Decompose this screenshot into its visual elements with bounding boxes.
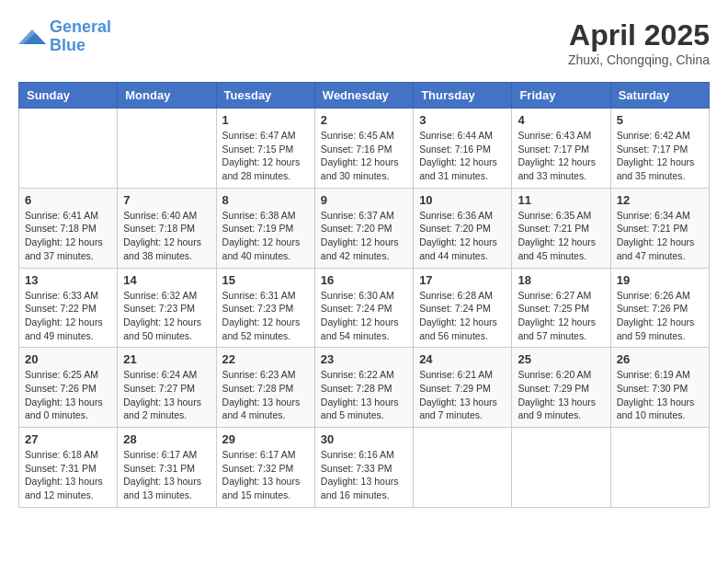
- calendar-week-row: 20Sunrise: 6:25 AMSunset: 7:26 PMDayligh…: [19, 348, 710, 428]
- col-friday: Friday: [512, 83, 610, 109]
- calendar-cell: 22Sunrise: 6:23 AMSunset: 7:28 PMDayligh…: [216, 348, 314, 428]
- page-header: General Blue April 2025 Zhuxi, Chongqing…: [18, 18, 710, 67]
- day-number: 23: [321, 352, 407, 366]
- day-info: Sunrise: 6:38 AMSunset: 7:19 PMDaylight:…: [222, 209, 309, 263]
- calendar-cell: 24Sunrise: 6:21 AMSunset: 7:29 PMDayligh…: [414, 348, 512, 428]
- day-number: 14: [123, 273, 210, 287]
- calendar-cell: 3Sunrise: 6:44 AMSunset: 7:16 PMDaylight…: [414, 109, 512, 189]
- calendar-cell: 23Sunrise: 6:22 AMSunset: 7:28 PMDayligh…: [314, 348, 413, 428]
- col-thursday: Thursday: [414, 83, 512, 109]
- day-number: 19: [617, 273, 703, 287]
- day-info: Sunrise: 6:28 AMSunset: 7:24 PMDaylight:…: [419, 289, 506, 343]
- calendar-cell: 18Sunrise: 6:27 AMSunset: 7:25 PMDayligh…: [512, 268, 610, 348]
- day-number: 25: [518, 352, 604, 366]
- day-number: 3: [419, 113, 506, 127]
- day-info: Sunrise: 6:30 AMSunset: 7:24 PMDaylight:…: [321, 289, 407, 343]
- calendar-cell: 4Sunrise: 6:43 AMSunset: 7:17 PMDaylight…: [512, 109, 610, 189]
- day-number: 7: [123, 193, 210, 207]
- day-number: 4: [518, 113, 604, 127]
- calendar-cell: 26Sunrise: 6:19 AMSunset: 7:30 PMDayligh…: [610, 348, 709, 428]
- day-number: 1: [222, 113, 309, 127]
- day-number: 6: [25, 193, 111, 207]
- day-info: Sunrise: 6:37 AMSunset: 7:20 PMDaylight:…: [321, 209, 407, 263]
- subtitle: Zhuxi, Chongqing, China: [568, 52, 710, 67]
- day-info: Sunrise: 6:17 AMSunset: 7:31 PMDaylight:…: [123, 448, 210, 502]
- day-info: Sunrise: 6:22 AMSunset: 7:28 PMDaylight:…: [321, 368, 407, 422]
- day-number: 10: [419, 193, 506, 207]
- calendar-cell: 21Sunrise: 6:24 AMSunset: 7:27 PMDayligh…: [118, 348, 216, 428]
- day-info: Sunrise: 6:18 AMSunset: 7:31 PMDaylight:…: [25, 448, 111, 502]
- main-title: April 2025: [568, 18, 710, 52]
- day-info: Sunrise: 6:44 AMSunset: 7:16 PMDaylight:…: [419, 129, 506, 183]
- calendar-cell: 25Sunrise: 6:20 AMSunset: 7:29 PMDayligh…: [512, 348, 610, 428]
- calendar-cell: 17Sunrise: 6:28 AMSunset: 7:24 PMDayligh…: [414, 268, 512, 348]
- calendar-cell: 6Sunrise: 6:41 AMSunset: 7:18 PMDaylight…: [19, 188, 118, 268]
- day-info: Sunrise: 6:45 AMSunset: 7:16 PMDaylight:…: [321, 129, 407, 183]
- calendar-cell: 15Sunrise: 6:31 AMSunset: 7:23 PMDayligh…: [216, 268, 314, 348]
- day-info: Sunrise: 6:35 AMSunset: 7:21 PMDaylight:…: [518, 209, 604, 263]
- calendar-cell: 20Sunrise: 6:25 AMSunset: 7:26 PMDayligh…: [19, 348, 118, 428]
- calendar-cell: 29Sunrise: 6:17 AMSunset: 7:32 PMDayligh…: [216, 428, 314, 508]
- day-info: Sunrise: 6:26 AMSunset: 7:26 PMDaylight:…: [617, 289, 703, 343]
- day-info: Sunrise: 6:19 AMSunset: 7:30 PMDaylight:…: [617, 368, 703, 422]
- day-number: 26: [617, 352, 703, 366]
- day-info: Sunrise: 6:27 AMSunset: 7:25 PMDaylight:…: [518, 289, 604, 343]
- day-info: Sunrise: 6:17 AMSunset: 7:32 PMDaylight:…: [222, 448, 309, 502]
- day-info: Sunrise: 6:36 AMSunset: 7:20 PMDaylight:…: [419, 209, 506, 263]
- day-info: Sunrise: 6:33 AMSunset: 7:22 PMDaylight:…: [25, 289, 111, 343]
- day-number: 30: [321, 432, 407, 446]
- day-number: 12: [617, 193, 703, 207]
- calendar-week-row: 1Sunrise: 6:47 AMSunset: 7:15 PMDaylight…: [19, 109, 710, 189]
- calendar-cell: 1Sunrise: 6:47 AMSunset: 7:15 PMDaylight…: [216, 109, 314, 189]
- day-info: Sunrise: 6:40 AMSunset: 7:18 PMDaylight:…: [123, 209, 210, 263]
- logo-icon: [18, 26, 46, 48]
- calendar-cell: [512, 428, 610, 508]
- col-tuesday: Tuesday: [216, 83, 314, 109]
- calendar-cell: 19Sunrise: 6:26 AMSunset: 7:26 PMDayligh…: [610, 268, 709, 348]
- col-saturday: Saturday: [610, 83, 709, 109]
- day-number: 15: [222, 273, 309, 287]
- day-number: 29: [222, 432, 309, 446]
- day-info: Sunrise: 6:43 AMSunset: 7:17 PMDaylight:…: [518, 129, 604, 183]
- calendar-cell: 12Sunrise: 6:34 AMSunset: 7:21 PMDayligh…: [610, 188, 709, 268]
- calendar-cell: 27Sunrise: 6:18 AMSunset: 7:31 PMDayligh…: [19, 428, 118, 508]
- day-info: Sunrise: 6:16 AMSunset: 7:33 PMDaylight:…: [321, 448, 407, 502]
- day-number: 8: [222, 193, 309, 207]
- calendar-cell: 30Sunrise: 6:16 AMSunset: 7:33 PMDayligh…: [314, 428, 413, 508]
- calendar-week-row: 13Sunrise: 6:33 AMSunset: 7:22 PMDayligh…: [19, 268, 710, 348]
- col-wednesday: Wednesday: [314, 83, 413, 109]
- day-number: 2: [321, 113, 407, 127]
- calendar-cell: 16Sunrise: 6:30 AMSunset: 7:24 PMDayligh…: [314, 268, 413, 348]
- day-info: Sunrise: 6:20 AMSunset: 7:29 PMDaylight:…: [518, 368, 604, 422]
- day-number: 5: [617, 113, 703, 127]
- calendar-cell: 8Sunrise: 6:38 AMSunset: 7:19 PMDaylight…: [216, 188, 314, 268]
- logo: General Blue: [18, 18, 111, 55]
- calendar-cell: 7Sunrise: 6:40 AMSunset: 7:18 PMDaylight…: [118, 188, 216, 268]
- calendar-cell: 10Sunrise: 6:36 AMSunset: 7:20 PMDayligh…: [414, 188, 512, 268]
- day-number: 18: [518, 273, 604, 287]
- day-info: Sunrise: 6:23 AMSunset: 7:28 PMDaylight:…: [222, 368, 309, 422]
- day-info: Sunrise: 6:41 AMSunset: 7:18 PMDaylight:…: [25, 209, 111, 263]
- day-info: Sunrise: 6:24 AMSunset: 7:27 PMDaylight:…: [123, 368, 210, 422]
- col-monday: Monday: [118, 83, 216, 109]
- day-number: 28: [123, 432, 210, 446]
- day-info: Sunrise: 6:42 AMSunset: 7:17 PMDaylight:…: [617, 129, 703, 183]
- title-block: April 2025 Zhuxi, Chongqing, China: [568, 18, 710, 67]
- day-number: 9: [321, 193, 407, 207]
- logo-text: General Blue: [50, 18, 111, 55]
- day-number: 22: [222, 352, 309, 366]
- calendar-header-row: Sunday Monday Tuesday Wednesday Thursday…: [19, 83, 710, 109]
- calendar-cell: 5Sunrise: 6:42 AMSunset: 7:17 PMDaylight…: [610, 109, 709, 189]
- calendar-week-row: 27Sunrise: 6:18 AMSunset: 7:31 PMDayligh…: [19, 428, 710, 508]
- day-info: Sunrise: 6:25 AMSunset: 7:26 PMDaylight:…: [25, 368, 111, 422]
- day-number: 17: [419, 273, 506, 287]
- day-number: 13: [25, 273, 111, 287]
- calendar-cell: 14Sunrise: 6:32 AMSunset: 7:23 PMDayligh…: [118, 268, 216, 348]
- col-sunday: Sunday: [19, 83, 118, 109]
- day-info: Sunrise: 6:31 AMSunset: 7:23 PMDaylight:…: [222, 289, 309, 343]
- calendar-cell: 2Sunrise: 6:45 AMSunset: 7:16 PMDaylight…: [314, 109, 413, 189]
- day-info: Sunrise: 6:47 AMSunset: 7:15 PMDaylight:…: [222, 129, 309, 183]
- calendar-cell: [118, 109, 216, 189]
- calendar-cell: [19, 109, 118, 189]
- day-info: Sunrise: 6:21 AMSunset: 7:29 PMDaylight:…: [419, 368, 506, 422]
